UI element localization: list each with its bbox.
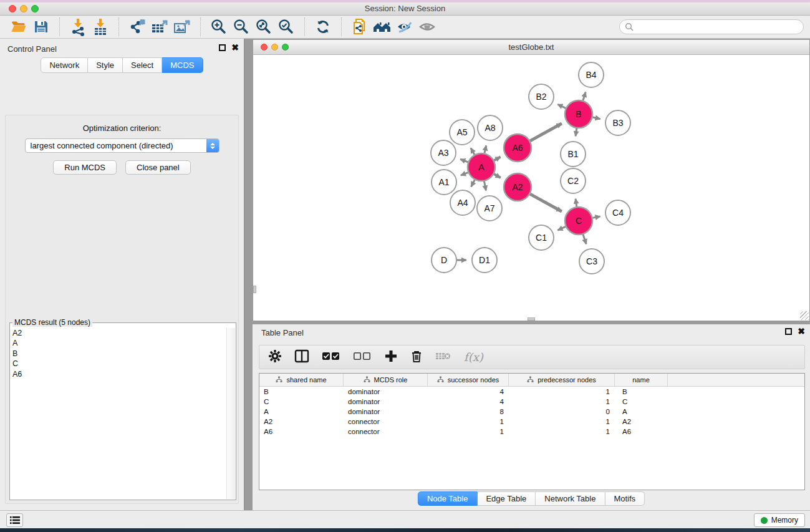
- export-table-icon[interactable]: [148, 17, 171, 37]
- edge-B-B1[interactable]: [576, 128, 577, 137]
- graph-node-A7[interactable]: A7: [477, 196, 502, 221]
- edge-A-A4[interactable]: [471, 180, 475, 186]
- zoom-fit-icon[interactable]: [253, 17, 275, 37]
- graph-node-C2[interactable]: C2: [561, 168, 586, 193]
- tab-mcds[interactable]: MCDS: [162, 57, 203, 73]
- table-row[interactable]: Adominator80A: [259, 407, 804, 417]
- graph-node-C3[interactable]: C3: [579, 249, 604, 274]
- table-row[interactable]: A2connector11A2: [259, 417, 804, 427]
- column-header[interactable]: shared name: [259, 374, 344, 386]
- zoom-selected-icon[interactable]: [275, 17, 297, 37]
- result-scrollbar[interactable]: [226, 328, 235, 499]
- show-panels-list-button[interactable]: [6, 513, 23, 527]
- tab-select[interactable]: Select: [123, 57, 162, 73]
- graph-node-A5[interactable]: A5: [450, 120, 475, 145]
- zoom-window-button[interactable]: [31, 5, 39, 12]
- deselect-all-checkboxes-icon[interactable]: [353, 351, 372, 364]
- refresh-icon[interactable]: [312, 17, 334, 37]
- duplicate-network-icon[interactable]: [349, 17, 371, 37]
- edge-A2-C[interactable]: [530, 194, 562, 211]
- graph-node-B2[interactable]: B2: [529, 84, 554, 109]
- mcds-result-list[interactable]: A2ABCA6: [12, 328, 226, 498]
- tab-node-table[interactable]: Node Table: [418, 491, 478, 506]
- edge-A6-B[interactable]: [530, 123, 562, 141]
- column-header[interactable]: predecessor nodes: [509, 374, 615, 386]
- search-input[interactable]: [637, 22, 798, 31]
- result-item[interactable]: A: [12, 338, 226, 348]
- column-header[interactable]: name: [615, 374, 668, 386]
- export-image-icon[interactable]: [171, 17, 193, 37]
- edge-A-A1[interactable]: [461, 173, 468, 176]
- canvas-scroll-handle[interactable]: [253, 286, 256, 293]
- edge-A-A3[interactable]: [460, 159, 468, 162]
- edge-C-C3[interactable]: [583, 235, 586, 244]
- edge-A-A7[interactable]: [484, 181, 486, 191]
- select-all-checkboxes-icon[interactable]: [322, 351, 340, 364]
- edge-B-B2[interactable]: [557, 104, 566, 108]
- network-graph[interactable]: B4B2BB3A8A5A6A3B1AC2A1A2A4A7C4CC1DD1C3: [253, 55, 809, 321]
- save-session-icon[interactable]: [30, 17, 52, 37]
- window-titlebar[interactable]: Session: New Session: [0, 2, 810, 16]
- node-table[interactable]: shared nameMCDS rolesuccessor nodesprede…: [259, 373, 805, 490]
- function-builder-icon[interactable]: f(x): [464, 351, 483, 364]
- zoom-in-icon[interactable]: [208, 17, 230, 37]
- import-network-icon[interactable]: [67, 17, 89, 37]
- tab-network[interactable]: Network: [41, 57, 88, 73]
- hide-details-icon[interactable]: [393, 17, 416, 37]
- split-view-icon[interactable]: [294, 349, 309, 365]
- minimize-window-button[interactable]: [20, 5, 27, 12]
- memory-button[interactable]: Memory: [754, 513, 805, 527]
- column-header[interactable]: successor nodes: [428, 374, 509, 386]
- graph-node-A6[interactable]: A6: [504, 134, 531, 162]
- close-table-panel-icon[interactable]: ✖: [798, 328, 805, 335]
- zoom-out-icon[interactable]: [230, 17, 253, 37]
- edge-B-B4[interactable]: [583, 92, 586, 100]
- network-canvas[interactable]: B4B2BB3A8A5A6A3B1AC2A1A2A4A7C4CC1DD1C3: [253, 55, 809, 321]
- canvas-scroll-handle[interactable]: [528, 317, 535, 321]
- add-column-icon[interactable]: [384, 349, 398, 365]
- result-item[interactable]: C: [12, 359, 226, 369]
- run-mcds-button[interactable]: Run MCDS: [53, 160, 117, 175]
- edge-A-A2[interactable]: [494, 174, 501, 178]
- column-header[interactable]: MCDS role: [344, 374, 428, 386]
- graph-node-C[interactable]: C: [565, 207, 592, 235]
- network-close-button[interactable]: [261, 44, 268, 51]
- delete-table-icon[interactable]: [435, 351, 451, 364]
- edge-C-C2[interactable]: [576, 199, 577, 207]
- table-row[interactable]: Bdominator41B: [259, 387, 804, 397]
- table-row[interactable]: A6connector11A6: [259, 427, 804, 437]
- close-panel-icon[interactable]: ✖: [231, 44, 239, 51]
- edge-A-A5[interactable]: [471, 148, 475, 155]
- delete-column-icon[interactable]: [410, 349, 423, 365]
- tab-motifs[interactable]: Motifs: [605, 491, 645, 506]
- edge-A-A8[interactable]: [485, 145, 486, 153]
- network-window-titlebar[interactable]: testGlobe.txt: [253, 40, 809, 55]
- result-item[interactable]: B: [12, 349, 226, 359]
- edge-B-B3[interactable]: [592, 117, 600, 119]
- export-network-icon[interactable]: [126, 17, 148, 37]
- graph-node-A[interactable]: A: [468, 153, 495, 181]
- tab-style[interactable]: Style: [88, 57, 123, 73]
- graph-node-B3[interactable]: B3: [605, 110, 630, 135]
- graph-node-D[interactable]: D: [432, 248, 456, 273]
- graph-node-C4[interactable]: C4: [605, 200, 630, 225]
- tab-edge-table[interactable]: Edge Table: [477, 491, 536, 506]
- result-item[interactable]: A2: [12, 328, 226, 338]
- network-view-window[interactable]: testGlobe.txt B4B2BB3A8A5A6A3B1AC2A1A2A4…: [253, 39, 810, 321]
- optimization-criterion-dropdown[interactable]: largest connected component (directed): [25, 138, 219, 153]
- float-table-panel-icon[interactable]: [785, 328, 792, 335]
- graph-node-C1[interactable]: C1: [529, 225, 554, 250]
- close-panel-button[interactable]: Close panel: [125, 160, 191, 175]
- network-zoom-button[interactable]: [282, 44, 289, 51]
- close-window-button[interactable]: [9, 5, 16, 12]
- import-table-icon[interactable]: [89, 17, 112, 37]
- open-file-icon[interactable]: [7, 17, 30, 37]
- tab-network-table[interactable]: Network Table: [536, 491, 605, 506]
- graph-node-A4[interactable]: A4: [450, 190, 475, 215]
- show-details-icon[interactable]: [416, 17, 438, 37]
- graph-node-A8[interactable]: A8: [478, 115, 503, 140]
- network-minimize-button[interactable]: [271, 44, 278, 51]
- window-resize-grip[interactable]: [800, 311, 809, 320]
- float-panel-icon[interactable]: [219, 44, 226, 51]
- graph-node-D1[interactable]: D1: [472, 248, 497, 273]
